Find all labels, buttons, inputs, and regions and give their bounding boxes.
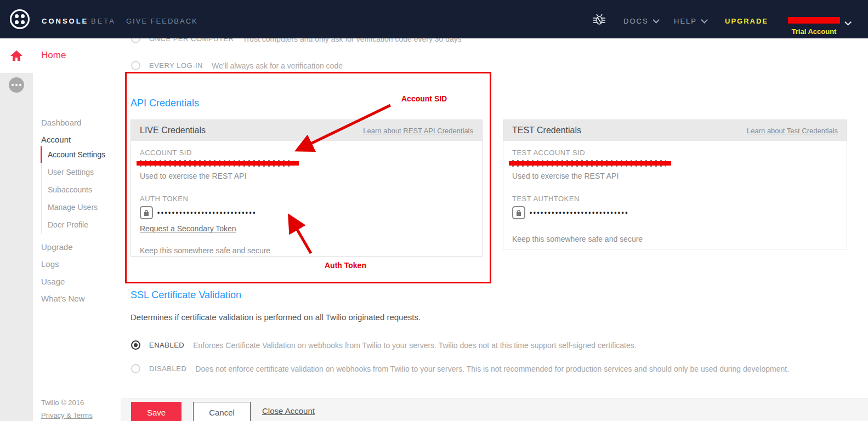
close-account-link[interactable]: Close Account <box>262 406 315 416</box>
live-credentials-panel: LIVE Credentials Learn about REST API Cr… <box>131 120 483 257</box>
home-icon <box>10 50 22 61</box>
ssl-title: SSL Certificate Validation <box>131 289 241 301</box>
lock-icon <box>140 206 153 219</box>
sidebar-item-manage-users[interactable]: Manage Users <box>42 198 118 216</box>
sidebar-group-account[interactable]: Account <box>41 135 71 144</box>
every-login-description: We'll always ask for a verification code <box>212 61 343 70</box>
test-auth-token-mask: ••••••••••••••••••••••••••• <box>530 209 629 217</box>
account-sid-label: ACCOUNT SID <box>140 149 473 157</box>
account-menu-chevron-icon[interactable] <box>844 18 849 28</box>
upgrade-link[interactable]: UPGRADE <box>725 17 768 25</box>
test-safe-note: Keep this somewhere safe and secure <box>512 235 838 243</box>
twilio-console-page: ONCE PER COMPUTER Trust computers and on… <box>0 0 868 421</box>
sidebar-item-dashboard[interactable]: Dashboard <box>41 118 81 127</box>
sidebar-item-logs[interactable]: Logs <box>41 259 59 269</box>
test-panel-header: TEST Credentials Learn about Test Creden… <box>503 120 847 141</box>
test-credentials-panel: TEST Credentials Learn about Test Creden… <box>503 120 847 249</box>
cancel-button[interactable]: Cancel <box>193 402 251 421</box>
api-credentials-title: API Credentials <box>131 98 199 109</box>
more-rail-button[interactable] <box>9 77 24 93</box>
account-name-redaction <box>788 17 840 24</box>
live-panel-header: LIVE Credentials Learn about REST API Cr… <box>131 120 482 141</box>
sidebar-item-doer-profile[interactable]: Doer Profile <box>42 216 118 234</box>
icon-rail <box>0 38 33 421</box>
sidebar-item-home[interactable]: Home <box>41 50 66 61</box>
beta-badge: BETA <box>91 17 116 25</box>
ssl-disabled-row: DISABLED Does not enforce certificate va… <box>131 364 789 373</box>
debugger-bug-icon[interactable] <box>592 14 606 29</box>
test-auth-token-label: TEST AUTHTOKEN <box>512 195 838 203</box>
learn-rest-api-credentials-link[interactable]: Learn about REST API Credentials <box>363 127 473 135</box>
chevron-down-icon <box>653 16 660 24</box>
docs-menu[interactable]: DOCS <box>623 17 657 25</box>
top-navbar: CONSOLE BETA GIVE FEEDBACK DOCS HELP UPG… <box>0 0 868 38</box>
chevron-down-icon <box>701 16 708 24</box>
ssl-disabled-description: Does not enforce certificate validation … <box>195 365 789 373</box>
account-sid-redaction <box>137 160 299 167</box>
sidebar-item-account-settings[interactable]: Account Settings <box>42 146 118 163</box>
lock-icon <box>512 206 525 219</box>
ssl-enabled-label: ENABLED <box>149 341 184 349</box>
twilio-logo[interactable] <box>10 9 30 29</box>
help-menu[interactable]: HELP <box>674 17 706 25</box>
sidebar-item-upgrade[interactable]: Upgrade <box>41 242 73 252</box>
ssl-enabled-description: Enforces Certificate Validation on webho… <box>193 341 636 350</box>
home-rail-button[interactable] <box>0 38 33 73</box>
test-panel-title: TEST Credentials <box>512 126 581 135</box>
ssl-enabled-row: ENABLED Enforces Certificate Validation … <box>131 340 637 350</box>
live-panel-title: LIVE Credentials <box>140 126 206 135</box>
ssl-disabled-radio[interactable] <box>131 364 140 373</box>
console-title: CONSOLE <box>42 17 88 25</box>
every-login-radio[interactable] <box>131 61 140 70</box>
privacy-terms-link[interactable]: Privacy & Terms <box>41 411 93 419</box>
sidebar-item-user-settings[interactable]: User Settings <box>42 163 118 181</box>
live-panel-body: ACCOUNT SID Used to exercise the REST AP… <box>131 141 482 263</box>
sidebar-item-usage[interactable]: Usage <box>41 277 65 286</box>
ellipsis-icon <box>12 84 14 86</box>
ssl-enabled-radio[interactable] <box>131 340 140 350</box>
sidebar-item-whats-new[interactable]: What's New <box>41 294 85 303</box>
test-account-sid-redaction <box>509 160 671 167</box>
sidebar-footer-copyright: Twilio © 2016 <box>41 399 84 407</box>
auth-token-row: ••••••••••••••••••••••••••• <box>140 206 473 219</box>
account-subnav: Account Settings User Settings Subaccoun… <box>41 146 118 234</box>
auth-token-mask: ••••••••••••••••••••••••••• <box>157 209 257 217</box>
sidebar-item-subaccounts[interactable]: Subaccounts <box>42 181 118 198</box>
test-panel-body: TEST ACCOUNT SID Used to exercise the RE… <box>503 141 847 251</box>
sidebar: Home Dashboard Account Account Settings … <box>33 38 121 421</box>
learn-test-credentials-link[interactable]: Learn about Test Credentials <box>747 127 838 135</box>
save-button[interactable]: Save <box>131 402 181 421</box>
test-auth-token-row: ••••••••••••••••••••••••••• <box>512 206 838 219</box>
test-account-sid-note: Used to exercise the REST API <box>512 172 838 180</box>
account-sid-note: Used to exercise the REST API <box>140 172 473 180</box>
docs-label: DOCS <box>623 17 649 25</box>
request-secondary-token-link[interactable]: Request a Secondary Token <box>140 224 473 233</box>
ssl-description: Determines if certificate validation is … <box>131 312 421 322</box>
test-account-sid-label: TEST ACCOUNT SID <box>512 149 838 157</box>
radio-every-login-row: EVERY LOG-IN We'll always ask for a veri… <box>131 61 343 70</box>
help-label: HELP <box>674 17 697 25</box>
trial-account-badge: Trial Account <box>788 27 840 36</box>
ssl-disabled-label: DISABLED <box>149 365 186 373</box>
give-feedback-link[interactable]: GIVE FEEDBACK <box>126 17 198 25</box>
auth-token-label: AUTH TOKEN <box>140 195 473 203</box>
every-login-label: EVERY LOG-IN <box>149 61 203 70</box>
live-safe-note: Keep this somewhere safe and secure <box>140 246 473 255</box>
